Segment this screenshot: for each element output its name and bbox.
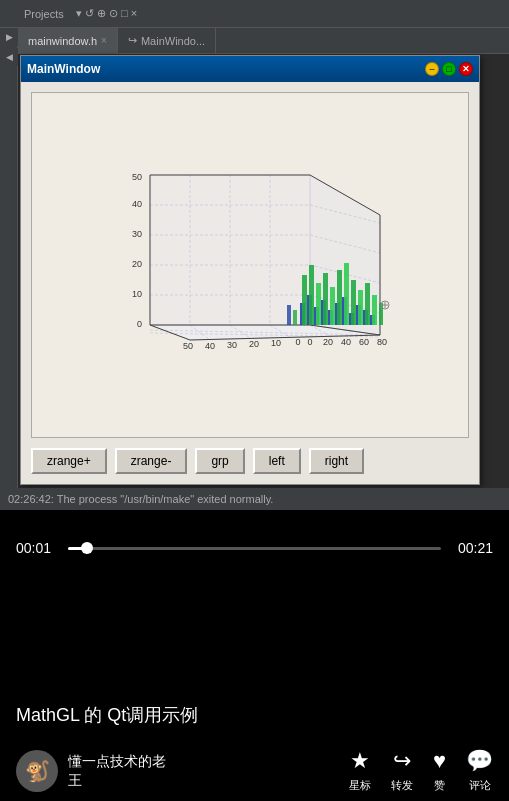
dialog-content: 0 10 20 30 40 50 50 40 30 20 10 0 0 20 [21, 82, 479, 484]
avatar-emoji: 🐒 [25, 759, 50, 783]
svg-text:40: 40 [132, 199, 142, 209]
like-button[interactable]: ♥ 赞 [433, 748, 446, 793]
main-window-dialog: MainWindow – □ ✕ [20, 55, 480, 485]
dialog-title: MainWindow [27, 62, 100, 76]
tab-label-2: ↪ [128, 34, 137, 47]
time-total: 00:21 [453, 540, 493, 556]
svg-text:30: 30 [132, 229, 142, 239]
tab-close-icon[interactable]: × [101, 35, 107, 46]
dialog-controls: – □ ✕ [425, 62, 473, 76]
svg-text:0: 0 [307, 337, 312, 347]
tab-bar: mainwindow.h × ↪ MainWindo... [0, 28, 509, 54]
svg-text:20: 20 [132, 259, 142, 269]
progress-dot[interactable] [81, 542, 93, 554]
3d-chart: 0 10 20 30 40 50 50 40 30 20 10 0 0 20 [80, 155, 420, 375]
svg-rect-51 [372, 295, 377, 325]
svg-text:40: 40 [205, 341, 215, 351]
maximize-button[interactable]: □ [442, 62, 456, 76]
svg-rect-49 [358, 290, 363, 325]
close-button[interactable]: ✕ [459, 62, 473, 76]
svg-rect-41 [302, 275, 307, 325]
ide-toolbar: Projects ▾ ↺ ⊕ ⊙ □ × [0, 0, 509, 28]
share-icon: ↪ [393, 748, 411, 774]
svg-text:40: 40 [341, 337, 351, 347]
status-bar: 02:26:42: The process "/usr/bin/make" ex… [0, 488, 509, 510]
video-player: 00:01 00:21 MathGL 的 Qt调用示例 🐒 懂一点技术的老王 ★… [0, 510, 509, 801]
svg-text:50: 50 [183, 341, 193, 351]
share-button[interactable]: ↪ 转发 [391, 748, 413, 793]
svg-text:10: 10 [271, 338, 281, 348]
star-label: 星标 [349, 778, 371, 793]
avatar: 🐒 [16, 750, 58, 792]
chart-area: 0 10 20 30 40 50 50 40 30 20 10 0 0 20 [31, 92, 469, 438]
svg-rect-46 [337, 270, 342, 325]
svg-rect-45 [330, 287, 335, 325]
sidebar-icon-2[interactable]: ◀ [0, 48, 18, 66]
left-sidebar: ▶ ◀ [0, 28, 18, 510]
author-row: 🐒 懂一点技术的老王 ★ 星标 ↪ 转发 ♥ 赞 💬 评论 [0, 748, 509, 793]
video-info: MathGL 的 Qt调用示例 [16, 703, 493, 741]
tab-mainwindow-h[interactable]: mainwindow.h × [18, 28, 118, 54]
status-text: 02:26:42: The process "/usr/bin/make" ex… [8, 493, 273, 505]
svg-text:50: 50 [132, 172, 142, 182]
dialog-titlebar: MainWindow – □ ✕ [21, 56, 479, 82]
dialog-buttons: zrange+ zrange- grp left right [31, 438, 469, 474]
svg-text:60: 60 [359, 337, 369, 347]
time-current: 00:01 [16, 540, 56, 556]
video-title: MathGL 的 Qt调用示例 [16, 703, 493, 727]
svg-rect-42 [309, 265, 314, 325]
svg-rect-44 [323, 273, 328, 325]
tab-mainwindow-cpp[interactable]: ↪ MainWindo... [118, 28, 216, 54]
like-label: 赞 [434, 778, 445, 793]
svg-text:20: 20 [249, 339, 259, 349]
zrange-minus-button[interactable]: zrange- [115, 448, 188, 474]
progress-bar[interactable] [68, 547, 441, 550]
star-icon: ★ [350, 748, 370, 774]
action-buttons: ★ 星标 ↪ 转发 ♥ 赞 💬 评论 [349, 748, 493, 793]
minimize-button[interactable]: – [425, 62, 439, 76]
svg-text:10: 10 [132, 289, 142, 299]
tab-label: mainwindow.h [28, 35, 97, 47]
svg-rect-53 [287, 305, 291, 325]
grp-button[interactable]: grp [195, 448, 244, 474]
svg-rect-43 [316, 283, 321, 325]
author-info: 🐒 懂一点技术的老王 [16, 750, 168, 792]
comment-icon: 💬 [466, 748, 493, 774]
sidebar-icon-1[interactable]: ▶ [0, 28, 18, 46]
comment-button[interactable]: 💬 评论 [466, 748, 493, 793]
comment-label: 评论 [469, 778, 491, 793]
star-button[interactable]: ★ 星标 [349, 748, 371, 793]
ide-area: ▶ ◀ Projects ▾ ↺ ⊕ ⊙ □ × mainwindow.h × … [0, 0, 509, 510]
right-button[interactable]: right [309, 448, 364, 474]
zrange-plus-button[interactable]: zrange+ [31, 448, 107, 474]
svg-text:0: 0 [137, 319, 142, 329]
svg-text:30: 30 [227, 340, 237, 350]
svg-text:80: 80 [377, 337, 387, 347]
tab-label-text: MainWindo... [141, 35, 205, 47]
svg-text:20: 20 [323, 337, 333, 347]
like-icon: ♥ [433, 748, 446, 774]
svg-text:0: 0 [295, 337, 300, 347]
toolbar-icons: ▾ ↺ ⊕ ⊙ □ × [76, 7, 137, 20]
share-label: 转发 [391, 778, 413, 793]
svg-rect-48 [351, 280, 356, 325]
left-button[interactable]: left [253, 448, 301, 474]
author-name: 懂一点技术的老王 [68, 752, 168, 788]
progress-area: 00:01 00:21 [0, 540, 509, 556]
svg-rect-47 [344, 263, 349, 325]
projects-label: Projects [24, 8, 64, 20]
svg-rect-54 [293, 310, 297, 325]
svg-rect-50 [365, 283, 370, 325]
